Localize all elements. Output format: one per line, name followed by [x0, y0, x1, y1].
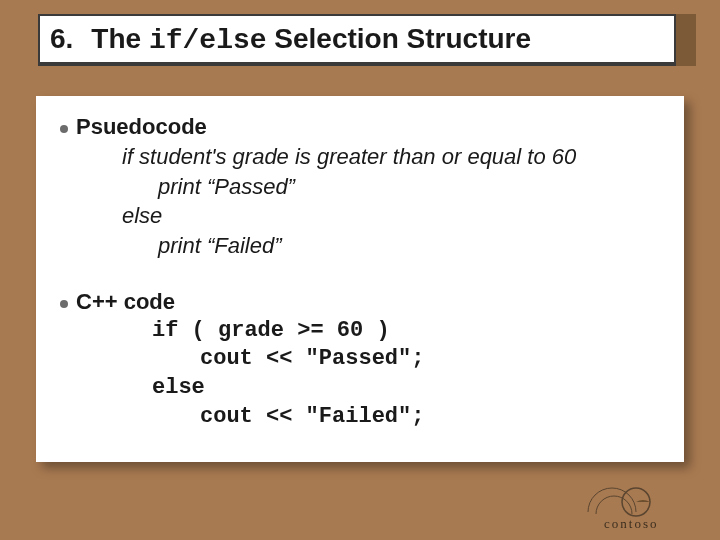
cpp-block: if ( grade >= 60 ) cout << "Passed"; els…: [152, 317, 660, 431]
title-number: 6.: [50, 23, 73, 55]
cpp-line-1: if ( grade >= 60 ): [152, 317, 660, 346]
title-mono: if/else: [149, 25, 267, 56]
title-suffix: Selection Structure: [267, 23, 532, 54]
cpp-label: C++ code: [76, 289, 175, 315]
pseudo-line-3: else: [122, 201, 660, 231]
content-card: Psuedocode if student's grade is greater…: [36, 96, 684, 462]
cpp-heading-row: C++ code: [60, 289, 660, 315]
contoso-logo: contoso: [582, 478, 702, 534]
cpp-line-2: cout << "Passed";: [152, 345, 660, 374]
pseudo-heading-row: Psuedocode: [60, 114, 660, 140]
cpp-line-3: else: [152, 374, 660, 403]
title-text: The if/else Selection Structure: [91, 23, 531, 56]
bullet-icon: [60, 300, 68, 308]
title-shadow: [676, 14, 696, 66]
logo-text: contoso: [604, 516, 658, 531]
pseudo-label: Psuedocode: [76, 114, 207, 140]
bullet-icon: [60, 125, 68, 133]
title-prefix: The: [91, 23, 149, 54]
slide-title-bar: 6. The if/else Selection Structure: [38, 14, 676, 66]
cpp-line-4: cout << "Failed";: [152, 403, 660, 432]
pseudo-line-2: print “Passed”: [122, 172, 660, 202]
pseudo-block: if student's grade is greater than or eq…: [122, 142, 660, 261]
pseudo-line-4: print “Failed”: [122, 231, 660, 261]
pseudo-line-1: if student's grade is greater than or eq…: [122, 142, 660, 172]
